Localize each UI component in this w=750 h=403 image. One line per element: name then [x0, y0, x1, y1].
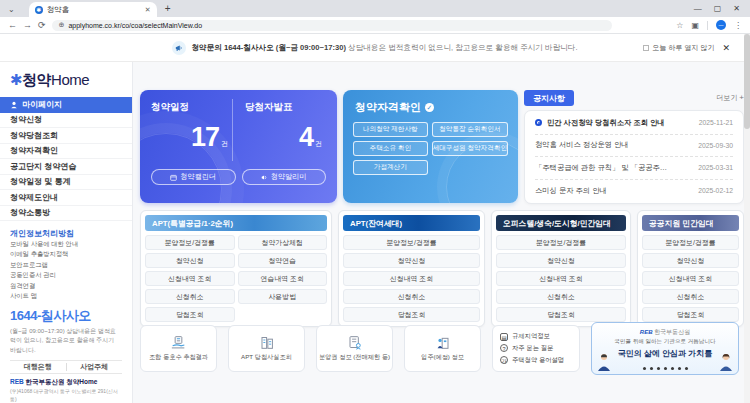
notice-item[interactable]: 민간 사전청약 당첨취소자 조회 안내 2025-11-21: [535, 112, 733, 135]
site-logo[interactable]: ✱청약Home: [0, 62, 132, 97]
application-history-button[interactable]: 신청내역 조회: [496, 271, 626, 286]
sidebar-item-label: 청약소통방: [10, 207, 50, 218]
how-to-use-button[interactable]: 사용방법: [238, 289, 328, 304]
qualification-title-text: 청약자격확인: [355, 100, 421, 115]
banner-line2: 국민의 삶에 안심과 가치를: [592, 348, 738, 359]
apply-button[interactable]: 청약신청: [145, 253, 235, 268]
home-ownership-button[interactable]: 주택소유 확인: [353, 141, 428, 156]
practice-history-button[interactable]: 연습내역 조회: [238, 271, 328, 286]
resale-right-info-button[interactable]: 분양권 정보 (전매제한 등): [316, 325, 393, 372]
cancel-application-button[interactable]: 신청취소: [642, 289, 739, 304]
notice-rest: 상담내용은 법적효력이 없으니, 참고용으로 활용해 주시기 바랍니다.: [346, 43, 578, 52]
my-restrictions-button[interactable]: 나의청약 제한사항: [353, 122, 428, 137]
winning-check-button[interactable]: 당첨조회: [145, 307, 235, 322]
cancel-application-button[interactable]: 신청취소: [343, 289, 480, 304]
person-icon: [10, 101, 18, 109]
notice-dismiss: 오늘 하루 열지 않기 ✕: [643, 43, 730, 53]
dismiss-label[interactable]: 오늘 하루 열지 않기: [653, 43, 715, 53]
sidebar-link-certificate[interactable]: 공동인증서 관리: [0, 271, 132, 282]
practice-button[interactable]: 청약연습: [238, 253, 328, 268]
banner-line1: 국민을 위해 일하는 기관으로 거듭납니다: [592, 338, 738, 346]
bookmark-star-icon[interactable]: ☆: [676, 21, 683, 30]
back-icon[interactable]: ←: [8, 20, 17, 30]
sidebar-item-system-guide[interactable]: 청약제도안내: [0, 190, 132, 206]
notice-more-link[interactable]: 더보기 +: [716, 93, 744, 103]
apt-winning-fact-button[interactable]: APT 당첨사실조회: [228, 325, 305, 372]
notice-item[interactable]: 청약홈 서비스 정상운영 안내 2025-09-30: [535, 135, 733, 158]
project-owner-button[interactable]: 사업주체: [67, 362, 123, 372]
application-history-button[interactable]: 신청내역 조회: [145, 271, 235, 286]
sidebar-link-remote[interactable]: 원격연결: [0, 281, 132, 292]
window-minimize-icon[interactable]: —: [694, 4, 702, 13]
apply-button[interactable]: 청약신청: [642, 253, 739, 268]
faq-link[interactable]: ? 자주 묻는 질문: [500, 344, 572, 353]
winning-check-button[interactable]: 당첨조회: [642, 307, 739, 322]
sidebar-link-mobile-guide[interactable]: 모바일 사용에 대한 안내: [0, 239, 132, 250]
page-scrollbar[interactable]: [744, 34, 750, 403]
menu-kebab-icon[interactable]: ⋮: [734, 21, 742, 30]
reb-logo: REB 한국부동산원 청약Home: [10, 378, 124, 387]
forward-icon[interactable]: →: [23, 20, 32, 30]
privacy-policy-link[interactable]: 개인정보처리방침: [0, 228, 132, 239]
application-history-button[interactable]: 신청내역 조회: [642, 271, 739, 286]
virtual-experience-button[interactable]: 청약가상체험: [238, 235, 328, 250]
winning-check-button[interactable]: 당첨조회: [496, 307, 626, 322]
target-bullet-icon: [535, 119, 542, 126]
dismiss-checkbox[interactable]: [643, 45, 649, 51]
sidebar-link-security-program[interactable]: 보안프로그램: [0, 260, 132, 271]
tab-close-icon[interactable]: ✕: [145, 6, 151, 14]
profile-avatar[interactable]: ᅳ: [716, 20, 726, 30]
new-tab-button[interactable]: +: [165, 3, 171, 14]
site-info-icon[interactable]: ⊕: [59, 21, 65, 29]
glossary-link[interactable]: 가 주택청약 용어설명: [500, 356, 572, 365]
agent-bank-button[interactable]: 대행은행: [10, 362, 66, 372]
notice-item[interactable]: 스미싱 문자 주의 안내 2025-02-12: [535, 180, 733, 203]
sale-info-button[interactable]: 분양정보/경쟁률: [496, 235, 626, 250]
window-maximize-icon[interactable]: ▢: [714, 4, 722, 13]
reload-icon[interactable]: ⟳: [38, 20, 46, 30]
household-eligibility-button[interactable]: 세대구성원 청약자격확인: [432, 141, 508, 156]
sidebar-item-winning-check[interactable]: 청약당첨조회: [0, 128, 132, 144]
calendar-button-label: 청약캘린더: [180, 172, 216, 182]
sidebar-item-eligibility[interactable]: 청약자격확인: [0, 144, 132, 160]
apply-button[interactable]: 청약신청: [496, 253, 626, 268]
notice-tab[interactable]: 공지사항: [524, 90, 574, 106]
scrollbar-thumb[interactable]: [744, 34, 750, 129]
alarm-button[interactable]: 청약알리미: [242, 169, 327, 185]
cancel-application-button[interactable]: 신청취소: [145, 289, 235, 304]
cancel-application-button[interactable]: 신청취소: [496, 289, 626, 304]
sidebar-item-practice[interactable]: 공고단지 청약연습: [0, 159, 132, 175]
tab-search-chevron-icon[interactable]: ⌄: [8, 5, 15, 14]
apply-button[interactable]: 청약신청: [343, 253, 480, 268]
application-history-button[interactable]: 신청내역 조회: [343, 271, 480, 286]
url-bar[interactable]: ⊕ applyhome.co.kr/co/coa/selectMainView.…: [52, 20, 612, 31]
notice-close-icon[interactable]: ✕: [722, 43, 730, 53]
window-close-icon[interactable]: ✕: [733, 4, 740, 13]
account-rank-certificate-button[interactable]: 청약통장 순위확인서: [432, 122, 508, 137]
schedule-left: 청약일정 17건: [151, 99, 232, 161]
quick-button-label: 분양권 정보 (전매제한 등): [319, 353, 390, 362]
sidebar-link-email-policy[interactable]: 이메일 추출방지정책: [0, 250, 132, 261]
promo-banner[interactable]: REB 한국부동산원 국민을 위해 일하는 기관으로 거듭납니다 국민의 삶에 …: [591, 322, 739, 375]
section-header: 공공지원 민간임대: [642, 215, 739, 231]
regulated-area-link[interactable]: ▤ 규제지역정보: [500, 332, 572, 341]
score-calculator-button[interactable]: 가점계산기: [353, 160, 428, 175]
browser-tab[interactable]: ✱ 청약홈 ✕: [29, 2, 157, 17]
winning-check-button[interactable]: 당첨조회: [343, 307, 480, 322]
sale-info-button[interactable]: 분양정보/경쟁률: [642, 235, 739, 250]
notice-item[interactable]: 「주택공급에 관한 규칙」 및 「공공주… 2025-03-31: [535, 157, 733, 180]
calendar-button[interactable]: 청약캘린더: [151, 169, 236, 185]
move-in-info-button[interactable]: 입주(예정) 정보: [404, 325, 481, 372]
qualification-card: 청약자격확인 ✓ 나의청약 제한사항 청약통장 순위확인서 주택소유 확인 세대…: [343, 90, 518, 203]
sidebar-item-schedule-stats[interactable]: 청약일정 및 통계: [0, 175, 132, 191]
union-lottery-result-button[interactable]: 조합 동호수 추첨결과: [140, 325, 217, 372]
sidebar-item-community[interactable]: 청약소통방: [0, 206, 132, 222]
sale-info-button[interactable]: 분양정보/경쟁률: [343, 235, 480, 250]
sidebar-link-sitemap[interactable]: 사이트 맵: [0, 292, 132, 303]
sidebar-item-apply[interactable]: 청약신청: [0, 113, 132, 129]
banner-pagination-dots[interactable]: [592, 367, 738, 370]
side-panel-icon[interactable]: ▣: [691, 21, 699, 30]
notice-item-date: 2025-09-30: [698, 142, 733, 149]
sale-info-button[interactable]: 분양정보/경쟁률: [145, 235, 235, 250]
sidebar-item-mypage[interactable]: 마이페이지: [0, 97, 132, 113]
